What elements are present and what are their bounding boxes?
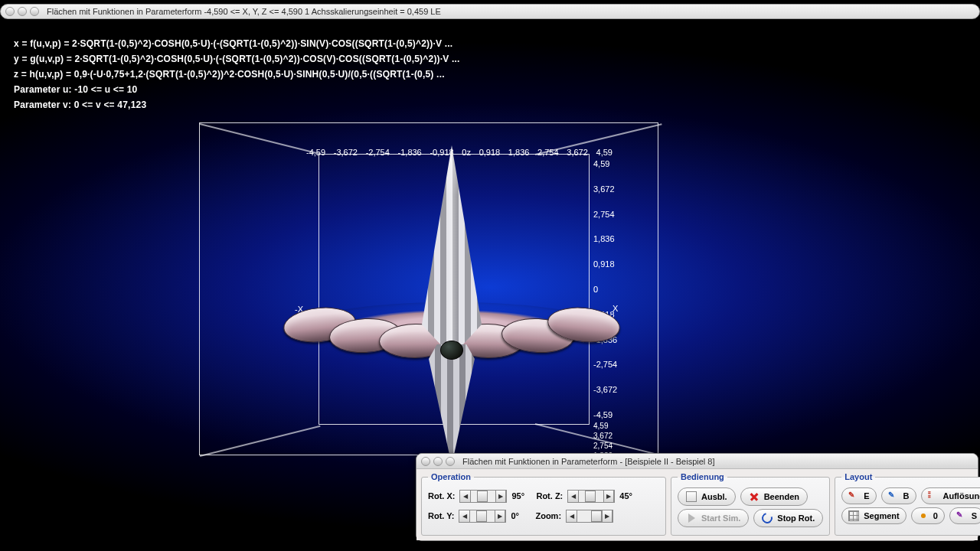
parameter-v: Parameter v: 0 <= v <= 47,123 bbox=[14, 97, 460, 112]
arrow-left-icon[interactable]: ◀ bbox=[568, 491, 579, 502]
arrow-right-icon[interactable]: ▶ bbox=[602, 510, 612, 522]
control-title-bar[interactable]: Flächen mit Funktionen in Parameterform … bbox=[416, 454, 978, 469]
document-icon bbox=[686, 491, 697, 502]
arrow-right-icon[interactable]: ▶ bbox=[495, 491, 506, 502]
control-window-title: Flächen mit Funktionen in Parameterform … bbox=[462, 457, 715, 466]
beenden-button[interactable]: Beenden bbox=[740, 487, 808, 506]
value-rot-x: 95° bbox=[511, 491, 531, 500]
axis-top-ticks: -4,59-3,672 -2,754-1,836 -0,9180z 0,9181… bbox=[306, 148, 612, 157]
legend-operation: Operation bbox=[428, 472, 474, 481]
legend-bedienung: Bedienung bbox=[678, 472, 727, 481]
control-window: Flächen mit Funktionen in Parameterform … bbox=[416, 453, 978, 541]
s-icon: ✎ bbox=[956, 510, 967, 521]
formula-y: y = g(u,v,p) = 2·SQRT(1-(0,5)^2)·COSH(0,… bbox=[14, 51, 460, 67]
close-icon bbox=[749, 491, 760, 502]
grid-icon bbox=[848, 510, 859, 521]
window-dot[interactable] bbox=[446, 457, 455, 466]
label-rot-y: Rot. Y: bbox=[428, 511, 454, 520]
start-sim-button[interactable]: Start Sim. bbox=[678, 509, 749, 527]
main-title-bar: Flächen mit Funktionen in Parameterform … bbox=[0, 4, 980, 19]
window-dot[interactable] bbox=[18, 7, 27, 16]
axis-right-ticks: 4,593,672 2,7541,836 0,9180 0,918-1,836 … bbox=[593, 159, 617, 419]
slider-rot-z[interactable]: ◀ ▶ bbox=[567, 490, 615, 503]
arrow-left-icon[interactable]: ◀ bbox=[459, 510, 470, 522]
formula-z: z = h(u,v,p) = 0,9·(-U·0,75+1,2·(SQRT(1-… bbox=[14, 67, 460, 82]
e-button[interactable]: ✎ E bbox=[841, 487, 876, 504]
main-window-title: Flächen mit Funktionen in Parameterform … bbox=[47, 7, 441, 16]
play-icon bbox=[686, 513, 697, 523]
window-dot[interactable] bbox=[30, 7, 39, 16]
arrow-left-icon[interactable]: ◀ bbox=[460, 491, 471, 502]
window-dot[interactable] bbox=[421, 457, 430, 466]
arrow-right-icon[interactable]: ▶ bbox=[495, 510, 505, 522]
axis-label-neg-x: -X bbox=[295, 305, 303, 314]
segment-button[interactable]: Segment bbox=[841, 507, 906, 524]
slider-zoom[interactable]: ◀ ▶ bbox=[566, 510, 613, 523]
label-rot-x: Rot. X: bbox=[428, 491, 455, 500]
e-icon: ✎ bbox=[848, 491, 859, 501]
slider-rot-x[interactable]: ◀ ▶ bbox=[459, 490, 507, 503]
label-zoom: Zoom: bbox=[535, 511, 561, 520]
label-rot-z: Rot. Z: bbox=[536, 491, 563, 500]
stop-rot-button[interactable]: Stop Rot. bbox=[753, 509, 823, 527]
aufloesung-button[interactable]: ⦙⦙⦙ Auflösung bbox=[921, 487, 980, 504]
axis-label-pos-x: X bbox=[612, 304, 618, 313]
b-icon: ✎ bbox=[888, 491, 899, 501]
legend-layout: Layout bbox=[841, 472, 875, 481]
s-button[interactable]: ✎ S bbox=[949, 507, 980, 524]
value-rot-y: 0° bbox=[511, 511, 531, 520]
arrow-left-icon[interactable]: ◀ bbox=[567, 510, 577, 522]
formula-x: x = f(u,v,p) = 2·SQRT(1-(0,5)^2)·COSH(0,… bbox=[14, 36, 460, 51]
arrow-right-icon[interactable]: ▶ bbox=[603, 491, 614, 502]
b-button[interactable]: ✎ B bbox=[881, 487, 916, 504]
parameter-u: Parameter u: -10 <= u <= 10 bbox=[14, 82, 460, 97]
bounding-box-wireframe bbox=[199, 122, 658, 455]
o-button[interactable]: 0 bbox=[911, 507, 945, 524]
cycle-icon bbox=[760, 510, 775, 525]
window-dot[interactable] bbox=[433, 457, 443, 466]
value-rot-z: 45° bbox=[619, 491, 639, 500]
window-dot[interactable] bbox=[5, 7, 15, 16]
panel-operation: Operation Rot. X: ◀ ▶ 95° Rot. Z: ◀ ▶ bbox=[421, 472, 666, 536]
ausbl-button[interactable]: Ausbl. bbox=[678, 487, 736, 506]
origin-icon bbox=[918, 510, 929, 521]
formula-block: x = f(u,v,p) = 2·SQRT(1-(0,5)^2)·COSH(0,… bbox=[14, 36, 460, 112]
resolution-icon: ⦙⦙⦙ bbox=[928, 491, 939, 501]
slider-rot-y[interactable]: ◀ ▶ bbox=[459, 510, 506, 523]
panel-layout: Layout ✎ E ✎ B ⦙⦙⦙ Auflösung bbox=[835, 472, 980, 536]
panel-bedienung: Bedienung Ausbl. Beenden Start Sim. bbox=[671, 472, 830, 536]
